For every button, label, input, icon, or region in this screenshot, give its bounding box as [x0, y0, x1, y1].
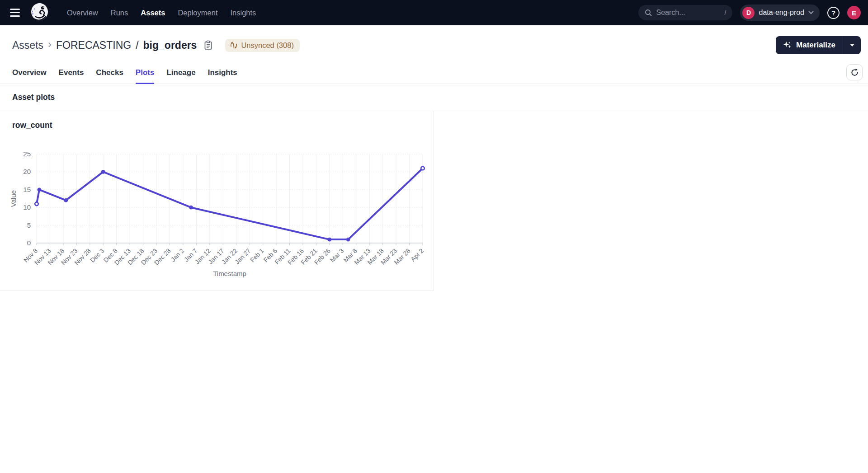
nav-item-assets[interactable]: Assets	[141, 9, 165, 17]
search-icon	[645, 9, 652, 16]
svg-text:Mar 3: Mar 3	[329, 247, 345, 264]
nav-item-overview[interactable]: Overview	[67, 9, 98, 17]
breadcrumb-chevron-icon: ›	[48, 39, 52, 50]
materialize-dropdown-button[interactable]	[843, 36, 861, 54]
deployment-initial-badge: D	[742, 7, 755, 19]
tab-checks[interactable]: Checks	[96, 68, 123, 84]
svg-text:20: 20	[23, 168, 31, 175]
copy-asset-name-button[interactable]	[204, 40, 212, 50]
line-chart-svg: Nov 8Nov 13Nov 18Nov 23Nov 28Dec 3Dec 8D…	[0, 136, 434, 290]
nav-item-insights[interactable]: Insights	[230, 9, 256, 17]
tab-insights[interactable]: Insights	[208, 68, 237, 84]
svg-text:10: 10	[23, 203, 31, 211]
nav-item-runs[interactable]: Runs	[111, 9, 128, 17]
search-input[interactable]: Search... /	[638, 5, 732, 20]
help-icon[interactable]: ?	[827, 7, 840, 19]
status-badge[interactable]: Unsynced (308)	[225, 39, 299, 52]
nav-right-group: Search... / D data-eng-prod ? E	[638, 5, 861, 21]
refresh-button[interactable]	[846, 64, 863, 80]
tab-events[interactable]: Events	[59, 68, 84, 84]
search-placeholder: Search...	[656, 9, 720, 17]
deployment-name: data-eng-prod	[759, 9, 804, 17]
materialize-button-label: Materialize	[796, 41, 835, 50]
refresh-icon	[850, 68, 859, 77]
plot-title: row_count	[0, 121, 434, 130]
breadcrumb-assets-link[interactable]: Assets	[12, 39, 43, 52]
search-shortcut-key: /	[725, 9, 726, 16]
tab-overview[interactable]: Overview	[12, 68, 47, 84]
chevron-down-icon	[808, 11, 814, 14]
materialize-split-button: Materialize	[776, 36, 861, 54]
asset-tabs: OverviewEventsChecksPlotsLineageInsights	[0, 61, 868, 84]
asset-plots-section-header: Asset plots	[0, 84, 868, 111]
svg-text:0: 0	[27, 239, 31, 247]
svg-text:25: 25	[23, 150, 31, 158]
nav-item-deployment[interactable]: Deployment	[178, 9, 217, 17]
svg-text:15: 15	[23, 186, 31, 193]
main-nav: OverviewRunsAssetsDeploymentInsights	[67, 9, 256, 17]
breadcrumb-asset-group[interactable]: FORECASTING	[56, 39, 131, 52]
hamburger-menu-icon[interactable]	[8, 5, 24, 20]
svg-text:Feb 1: Feb 1	[249, 247, 265, 264]
clipboard-icon	[204, 40, 212, 50]
sparkles-icon	[782, 40, 792, 50]
page-title-asset-name: big_orders	[143, 39, 197, 52]
caret-down-icon	[850, 44, 854, 47]
asset-header: Assets › FORECASTING / big_orders Un	[0, 25, 868, 61]
tab-plots[interactable]: Plots	[136, 68, 155, 84]
row-count-line-chart[interactable]: Nov 8Nov 13Nov 18Nov 23Nov 28Dec 3Dec 8D…	[0, 136, 434, 290]
user-avatar[interactable]: E	[847, 6, 861, 19]
svg-text:5: 5	[27, 221, 31, 229]
svg-text:Apr 2: Apr 2	[409, 247, 425, 263]
materialize-button[interactable]: Materialize	[776, 36, 843, 54]
sync-alert-icon	[230, 41, 238, 49]
svg-text:Dec 3: Dec 3	[89, 247, 105, 264]
svg-text:Timestamp: Timestamp	[213, 270, 246, 277]
breadcrumb: Assets › FORECASTING / big_orders Un	[12, 39, 300, 52]
breadcrumb-slash: /	[136, 39, 138, 52]
svg-text:Value: Value	[9, 190, 17, 207]
status-badge-label: Unsynced (308)	[241, 41, 293, 50]
plot-card: row_count Nov 8Nov 13Nov 18Nov 23Nov 28D…	[0, 111, 434, 290]
deployment-switcher[interactable]: D data-eng-prod	[740, 5, 820, 21]
section-title: Asset plots	[12, 93, 856, 102]
tab-lineage[interactable]: Lineage	[166, 68, 195, 84]
dagster-logo-icon[interactable]	[30, 3, 50, 23]
svg-text:Jan 2: Jan 2	[170, 247, 186, 263]
top-nav-bar: OverviewRunsAssetsDeploymentInsights Sea…	[0, 0, 868, 25]
